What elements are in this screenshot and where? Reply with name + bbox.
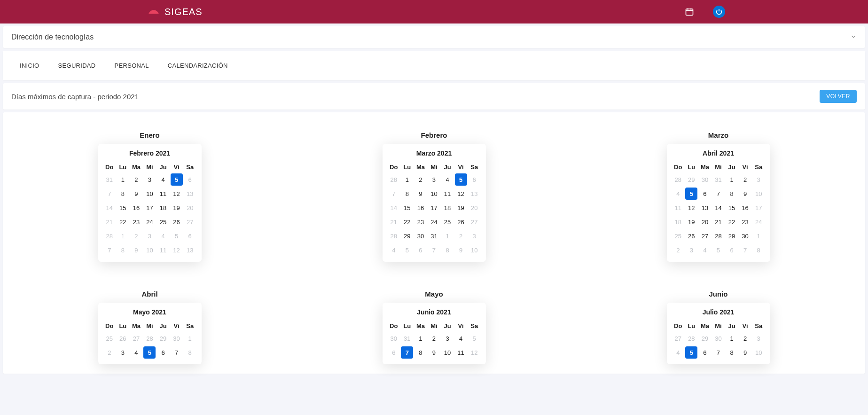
calendar-day[interactable]: 20 (699, 216, 711, 228)
calendar-day[interactable]: 4 (441, 173, 454, 186)
calendar-day[interactable]: 30 (414, 230, 427, 242)
calendar-day: 14 (103, 202, 116, 214)
calendar-day[interactable]: 19 (171, 202, 183, 214)
calendar-day[interactable]: 23 (414, 216, 427, 228)
calendar-day[interactable]: 3 (117, 346, 129, 359)
calendar-day[interactable]: 1 (414, 332, 427, 345)
calendar-day[interactable]: 3 (143, 173, 156, 186)
calendar-day-selected[interactable]: 5 (685, 346, 697, 359)
calendar-day[interactable]: 11 (157, 188, 169, 200)
calendar-day[interactable]: 17 (428, 202, 440, 214)
calendar-day[interactable]: 10 (143, 188, 156, 200)
calendar-day[interactable]: 2 (130, 173, 142, 186)
calendar-day[interactable]: 2 (414, 173, 427, 186)
calendar-day[interactable]: 2 (739, 173, 751, 186)
tab-calendarizacion[interactable]: CALENDARIZACIÓN (168, 62, 228, 69)
calendar-day[interactable]: 7 (712, 346, 724, 359)
calendar-day[interactable]: 9 (739, 346, 751, 359)
calendar-day[interactable]: 1 (726, 332, 738, 345)
tab-seguridad[interactable]: SEGURIDAD (58, 62, 96, 69)
calendar-day[interactable]: 14 (712, 202, 724, 214)
calendar-day[interactable]: 12 (685, 202, 697, 214)
calendar-day[interactable]: 8 (726, 346, 738, 359)
calendar-day[interactable]: 4 (157, 173, 169, 186)
calendar-day[interactable]: 22 (117, 216, 129, 228)
calendar-day[interactable]: 26 (171, 216, 183, 228)
calendar-day[interactable]: 1 (401, 173, 413, 186)
calendar-day[interactable]: 16 (130, 202, 142, 214)
calendar-day[interactable]: 8 (414, 346, 427, 359)
calendar-day[interactable]: 8 (401, 188, 413, 200)
calendar-day: 3 (468, 230, 480, 242)
calendar-day[interactable]: 15 (726, 202, 738, 214)
calendar-day[interactable]: 15 (401, 202, 413, 214)
calendar-day[interactable]: 30 (739, 230, 751, 242)
back-button[interactable]: VOLVER (820, 90, 857, 103)
calendar-day[interactable]: 4 (130, 346, 142, 359)
tab-personal[interactable]: PERSONAL (115, 62, 149, 69)
calendar-day[interactable]: 1 (726, 173, 738, 186)
calendar-day[interactable]: 11 (455, 346, 467, 359)
calendar-day[interactable]: 17 (143, 202, 156, 214)
calendar-day[interactable]: 25 (157, 216, 169, 228)
calendar-day[interactable]: 24 (143, 216, 156, 228)
calendar-day[interactable]: 10 (441, 346, 454, 359)
calendar-day[interactable]: 23 (739, 216, 751, 228)
calendar-day[interactable]: 21 (712, 216, 724, 228)
calendar-day-selected[interactable]: 7 (401, 346, 413, 359)
calendar-day[interactable]: 15 (117, 202, 129, 214)
calendar-day[interactable]: 9 (414, 188, 427, 200)
calendar-day[interactable]: 3 (441, 332, 454, 345)
calendar-day[interactable]: 9 (130, 188, 142, 200)
power-icon[interactable] (713, 6, 725, 18)
calendar-day[interactable]: 6 (699, 346, 711, 359)
calendar-day[interactable]: 26 (685, 230, 697, 242)
calendar-day[interactable]: 24 (428, 216, 440, 228)
calendar-day: 27 (130, 332, 142, 345)
calendar-day[interactable]: 26 (455, 216, 467, 228)
calendar-day[interactable]: 10 (428, 188, 440, 200)
calendar-day[interactable]: 12 (171, 188, 183, 200)
calendar-day[interactable]: 12 (455, 188, 467, 200)
calendar-day[interactable]: 19 (455, 202, 467, 214)
calendar-day[interactable]: 6 (157, 346, 169, 359)
calendar-day[interactable]: 31 (428, 230, 440, 242)
calendar-day-selected[interactable]: 5 (171, 173, 183, 186)
calendar-day[interactable]: 8 (726, 188, 738, 200)
calendar-day[interactable]: 9 (428, 346, 440, 359)
calendar-day: 26 (117, 332, 129, 345)
calendar-day[interactable]: 19 (685, 216, 697, 228)
calendar-day[interactable]: 8 (117, 188, 129, 200)
calendar-day[interactable]: 18 (157, 202, 169, 214)
calendar-day[interactable]: 13 (699, 202, 711, 214)
calendar-day[interactable]: 18 (441, 202, 454, 214)
tab-inicio[interactable]: INICIO (20, 62, 39, 69)
calendar-icon[interactable] (685, 7, 694, 16)
calendar-day[interactable]: 22 (401, 216, 413, 228)
calendar-day[interactable]: 1 (117, 173, 129, 186)
calendar-day[interactable]: 4 (455, 332, 467, 345)
calendar-day[interactable]: 29 (726, 230, 738, 242)
calendar-day-selected[interactable]: 5 (143, 346, 156, 359)
calendar-day[interactable]: 29 (401, 230, 413, 242)
calendar-day[interactable]: 23 (130, 216, 142, 228)
calendar-day[interactable]: 3 (428, 173, 440, 186)
calendar-day: 12 (468, 346, 480, 359)
calendar-day[interactable]: 22 (726, 216, 738, 228)
calendar-day[interactable]: 2 (739, 332, 751, 345)
calendar-day[interactable]: 9 (739, 188, 751, 200)
calendar-day[interactable]: 16 (414, 202, 427, 214)
calendar-day-selected[interactable]: 5 (685, 188, 697, 200)
calendar-day-selected[interactable]: 5 (455, 173, 467, 186)
calendar-day[interactable]: 2 (428, 332, 440, 345)
calendar-day[interactable]: 28 (712, 230, 724, 242)
org-selector[interactable]: Dirección de tecnologías (3, 26, 865, 48)
calendar-day[interactable]: 27 (699, 230, 711, 242)
calendar-day[interactable]: 25 (441, 216, 454, 228)
calendar-day[interactable]: 11 (441, 188, 454, 200)
weekday-header: Mi (712, 321, 725, 331)
calendar-day[interactable]: 7 (712, 188, 724, 200)
calendar-day[interactable]: 6 (699, 188, 711, 200)
calendar-day[interactable]: 16 (739, 202, 751, 214)
calendar-day[interactable]: 7 (171, 346, 183, 359)
